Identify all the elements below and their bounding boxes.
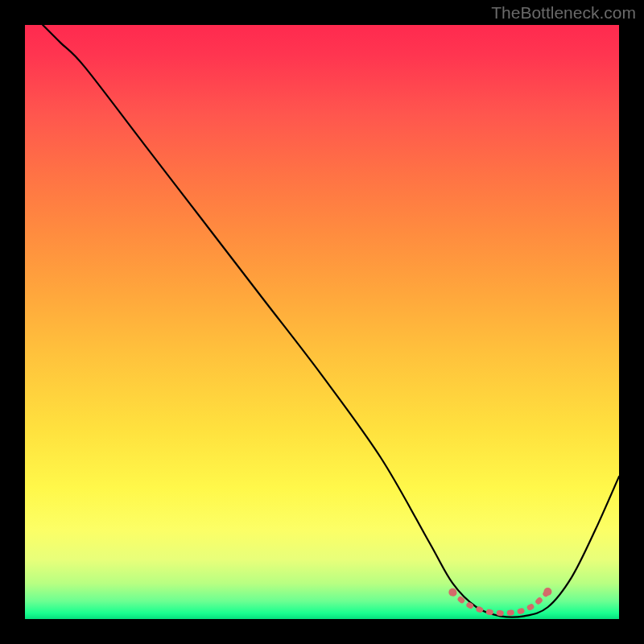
chart-container: TheBottleneck.com — [0, 0, 644, 644]
plot-area — [25, 25, 619, 619]
flat-region-end-dot — [543, 588, 551, 596]
flat-region-start-dot — [448, 588, 456, 597]
chart-svg — [25, 25, 619, 619]
bottleneck-curve — [43, 25, 619, 617]
flat-region-markers — [448, 588, 551, 613]
flat-region-line — [452, 592, 547, 613]
attribution-text: TheBottleneck.com — [491, 3, 636, 23]
